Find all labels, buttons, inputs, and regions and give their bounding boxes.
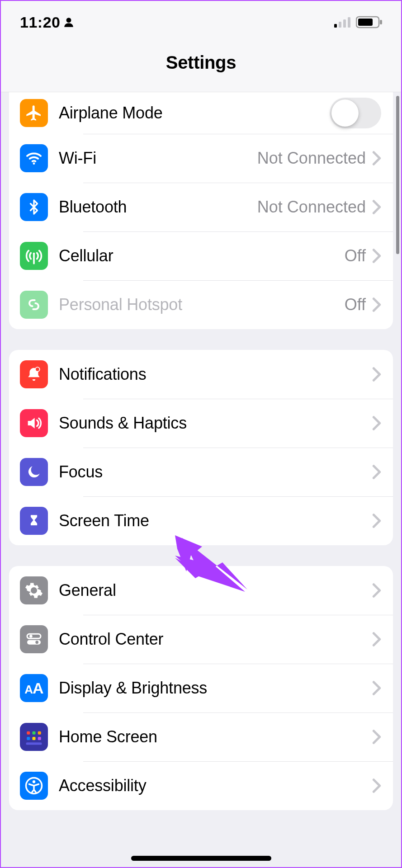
svg-rect-16 (27, 731, 30, 735)
chevron-right-icon (372, 297, 381, 312)
svg-rect-20 (33, 737, 36, 740)
chevron-right-icon (372, 415, 381, 431)
row-label: Sounds & Haptics (59, 414, 372, 433)
svg-rect-14 (27, 640, 41, 645)
chevron-right-icon (372, 583, 381, 598)
row-cellular[interactable]: Cellular Off (9, 231, 393, 280)
switches-icon (20, 625, 48, 653)
row-personal-hotspot[interactable]: Personal Hotspot Off (9, 280, 393, 329)
row-value: Not Connected (257, 149, 366, 168)
row-home-screen[interactable]: Home Screen (9, 712, 393, 761)
row-focus[interactable]: Focus (9, 448, 393, 496)
svg-rect-7 (380, 20, 382, 24)
svg-point-13 (29, 635, 33, 638)
row-accessibility[interactable]: Accessibility (9, 761, 393, 810)
airplane-icon (20, 99, 48, 127)
row-label: Cellular (59, 246, 345, 265)
svg-rect-17 (33, 731, 36, 735)
bluetooth-icon (20, 193, 48, 221)
link-icon (20, 291, 48, 319)
airplane-toggle[interactable] (330, 98, 381, 128)
svg-rect-19 (27, 737, 30, 740)
svg-rect-12 (27, 634, 41, 638)
svg-rect-22 (26, 742, 42, 745)
row-label: Notifications (59, 365, 372, 384)
scrollbar[interactable] (396, 96, 399, 254)
row-airplane-mode[interactable]: Airplane Mode (9, 92, 393, 134)
row-label: General (59, 581, 372, 600)
svg-rect-3 (343, 19, 346, 28)
chevron-right-icon (372, 680, 381, 696)
row-general[interactable]: General (9, 566, 393, 615)
page-title: Settings (166, 52, 236, 73)
moon-icon (20, 458, 48, 486)
group-attention: Notifications Sounds & Haptics Focus (9, 350, 393, 545)
svg-rect-18 (38, 731, 41, 735)
svg-rect-4 (348, 17, 350, 28)
row-label: Personal Hotspot (59, 295, 345, 314)
chevron-right-icon (372, 367, 381, 382)
row-display-brightness[interactable]: AA Display & Brightness (9, 664, 393, 712)
row-label: Wi-Fi (59, 149, 257, 168)
row-notifications[interactable]: Notifications (9, 350, 393, 399)
svg-point-8 (33, 162, 35, 165)
svg-rect-2 (339, 22, 341, 28)
header: Settings (1, 33, 401, 92)
svg-point-10 (33, 253, 35, 255)
bell-icon (20, 360, 48, 388)
chevron-right-icon (372, 464, 381, 480)
group-general: General Control Center AA Display & Brig… (9, 566, 393, 810)
battery-icon (356, 16, 383, 28)
person-icon (20, 772, 48, 800)
row-label: Accessibility (59, 776, 372, 795)
status-bar: 11:20 (1, 1, 401, 33)
status-right (334, 16, 383, 28)
home-indicator[interactable] (131, 856, 271, 861)
row-value: Off (345, 295, 366, 314)
row-value: Not Connected (257, 198, 366, 217)
svg-rect-21 (38, 737, 41, 740)
row-label: Display & Brightness (59, 679, 372, 698)
chevron-right-icon (372, 729, 381, 745)
chevron-right-icon (372, 151, 381, 166)
chevron-right-icon (372, 778, 381, 793)
svg-point-0 (66, 18, 71, 23)
speaker-icon (20, 409, 48, 437)
grid-icon (20, 723, 48, 751)
svg-point-24 (33, 780, 35, 783)
status-time: 11:20 (20, 14, 60, 31)
settings-list[interactable]: Airplane Mode Wi-Fi Not Connected Blueto… (1, 92, 401, 867)
row-sounds-haptics[interactable]: Sounds & Haptics (9, 399, 393, 448)
chevron-right-icon (372, 248, 381, 264)
signal-icon (334, 17, 352, 28)
chevron-right-icon (372, 513, 381, 528)
row-label: Control Center (59, 630, 372, 649)
status-left: 11:20 (20, 14, 75, 31)
hourglass-icon (20, 507, 48, 535)
row-wifi[interactable]: Wi-Fi Not Connected (9, 134, 393, 183)
svg-point-11 (35, 367, 40, 372)
row-label: Home Screen (59, 727, 372, 746)
row-screen-time[interactable]: Screen Time (9, 496, 393, 545)
row-label: Screen Time (59, 511, 372, 530)
row-label: Airplane Mode (59, 104, 330, 123)
antenna-icon (20, 242, 48, 270)
row-label: Focus (59, 462, 372, 481)
wifi-icon (20, 144, 48, 172)
row-control-center[interactable]: Control Center (9, 615, 393, 664)
svg-rect-6 (358, 19, 373, 26)
chevron-right-icon (372, 199, 381, 215)
group-connectivity: Airplane Mode Wi-Fi Not Connected Blueto… (9, 92, 393, 329)
row-label: Bluetooth (59, 198, 257, 217)
row-value: Off (345, 246, 366, 265)
svg-rect-1 (334, 24, 337, 28)
svg-point-15 (35, 641, 38, 644)
gear-icon (20, 576, 48, 604)
settings-screen: 11:20 Settings (1, 1, 401, 867)
row-bluetooth[interactable]: Bluetooth Not Connected (9, 183, 393, 231)
chevron-right-icon (372, 632, 381, 647)
aa-icon: AA (20, 674, 48, 702)
person-status-icon (63, 16, 75, 28)
